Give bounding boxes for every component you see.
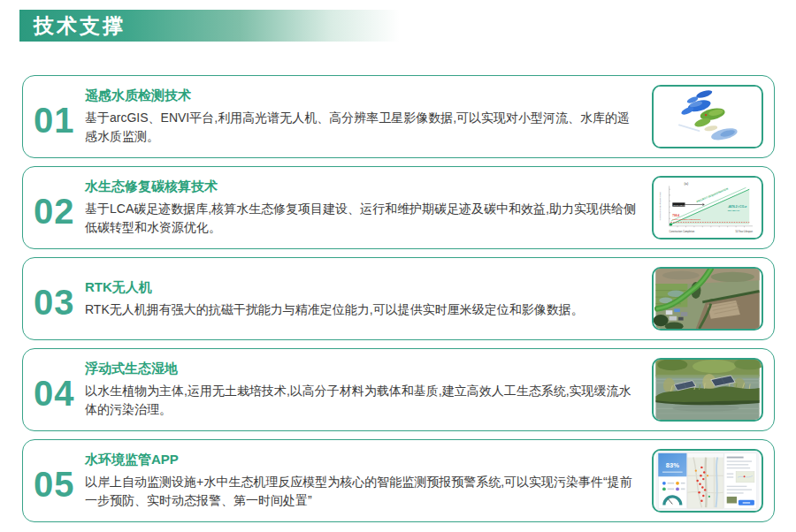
card-title: 水环境监管APP — [85, 452, 638, 468]
emissions-label: TOTAL PROJECT EMISSIONS — [672, 218, 700, 220]
chart-start-dot — [670, 223, 672, 225]
card-content: 遥感水质检测技术 基于arcGIS、ENVI平台,利用高光谱无人机、高分辨率卫星… — [85, 87, 652, 146]
card-content: 水环境监管APP 以岸上自动监测设施+水中生态机理反应模型为核心的智能监测预报预… — [85, 452, 652, 510]
climate-positive-label: CLIMATE POSITIVE — [673, 204, 693, 207]
card-content: 水生态修复碳核算技术 基于LCA碳足迹数据库,核算水生态修复项目建设、运行和维护… — [85, 179, 652, 237]
tech-support-page: 技术支撑 01 遥感水质检测技术 基于arcGIS、ENVI平台,利用高光谱无人… — [0, 0, 796, 532]
app-map-panel — [687, 453, 723, 508]
card-description: 以岸上自动监测设施+水中生态机理反应模型为核心的智能监测预报预警系统,可以实现污… — [85, 473, 638, 510]
card-description: 基于LCA碳足迹数据库,核算水生态修复项目建设、运行和维护期碳足迹及碳中和效益,… — [85, 200, 638, 237]
emissions-value: 798.4 — [672, 214, 679, 217]
net-impact-label: NET IMPACT — [728, 209, 740, 211]
chart-y-axis-label: Carbon Dioxide (tonnes CO2) — [659, 192, 662, 220]
card-description: 基于arcGIS、ENVI平台,利用高光谱无人机、高分辨率卫星影像数据,可以实现… — [85, 109, 638, 146]
page-title: 技术支撑 — [19, 12, 126, 40]
card-description: RTK无人机拥有强大的抗磁干扰能力与精准定位能力,可以提供实时厘米级定位和影像数… — [85, 300, 638, 319]
card-number: 02 — [34, 194, 85, 229]
remote-sensing-map-thumbnail — [652, 85, 763, 148]
tech-card-01: 01 遥感水质检测技术 基于arcGIS、ENVI平台,利用高光谱无人机、高分辨… — [22, 75, 775, 158]
card-description: 以水生植物为主体,运用无土栽培技术,以高分子材料为载体和基质,建立高效人工生态系… — [85, 382, 638, 419]
card-title: 水生态修复碳核算技术 — [85, 179, 638, 195]
card-number: 01 — [34, 103, 85, 138]
floating-wetland-illustration — [654, 360, 762, 420]
tech-card-list: 01 遥感水质检测技术 基于arcGIS、ENVI平台,利用高光谱无人机、高分辨… — [22, 75, 775, 530]
card-content: RTK无人机 RTK无人机拥有强大的抗磁干扰能力与精准定位能力,可以提供实时厘米… — [85, 279, 652, 319]
card-number: 05 — [34, 467, 85, 502]
site-photo-thumb — [727, 497, 737, 504]
aerial-photo-thumbnail — [652, 267, 763, 331]
carbon-chart-thumbnail: (a) Carbon Dioxide (tonnes CO2) PROJECT … — [652, 176, 763, 239]
map-marker-dot — [705, 114, 707, 116]
carbon-accounting-chart: (a) Carbon Dioxide (tonnes CO2) PROJECT … — [654, 178, 762, 238]
chart-panel-label: (a) — [685, 182, 689, 186]
app-detail-panel — [724, 453, 757, 508]
net-impact-value: -4676.2 t CO₂e — [728, 205, 747, 209]
tech-card-05: 05 水环境监管APP 以岸上自动监测设施+水中生态机理反应模型为核心的智能监测… — [22, 439, 775, 522]
card-title: RTK无人机 — [85, 279, 638, 296]
app-screenshot-thumbnail: 83% — [652, 449, 763, 513]
card-number: 04 — [34, 376, 85, 411]
water-quality-gauge-value: 83% — [666, 461, 679, 469]
card-title: 遥感水质检测技术 — [85, 87, 638, 104]
chart-caption-right: 50 Year Lifespan — [735, 230, 753, 233]
tech-card-04: 04 浮动式生态湿地 以水生植物为主体,运用无土栽培技术,以高分子材料为载体和基… — [22, 348, 775, 431]
lake-map-illustration — [654, 87, 762, 147]
tech-card-03: 03 RTK无人机 RTK无人机拥有强大的抗磁干扰能力与精准定位能力,可以提供实… — [22, 257, 775, 340]
tech-card-02: 02 水生态修复碳核算技术 基于LCA碳足迹数据库,核算水生态修复项目建设、运行… — [22, 166, 775, 249]
monitoring-app-illustration: 83% — [654, 451, 762, 511]
aerial-farmland-illustration — [654, 269, 762, 329]
wetland-photo-thumbnail — [652, 358, 763, 422]
chart-caption-left: Construction Completion — [670, 230, 695, 233]
app-left-panel: 83% — [658, 453, 686, 508]
card-content: 浮动式生态湿地 以水生植物为主体,运用无土栽培技术,以高分子材料为载体和基质,建… — [85, 361, 652, 419]
section-header-banner: 技术支撑 — [19, 10, 400, 42]
card-title: 浮动式生态湿地 — [85, 361, 638, 377]
card-number: 03 — [34, 285, 85, 320]
